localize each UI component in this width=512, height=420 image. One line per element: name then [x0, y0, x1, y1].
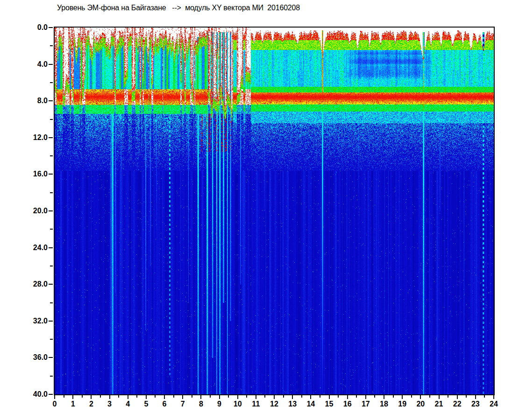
x-tick-label: 0 — [45, 400, 64, 408]
x-tick-minor — [82, 395, 83, 398]
x-tick-label: 10 — [228, 400, 247, 408]
y-tick-major — [49, 247, 53, 248]
x-tick-major — [365, 395, 366, 399]
x-tick-minor — [283, 395, 284, 398]
x-tick-minor — [228, 395, 229, 398]
x-tick-major — [109, 395, 110, 399]
x-tick-major — [384, 395, 384, 399]
y-tick-minor — [50, 229, 53, 230]
x-tick-minor — [301, 395, 302, 398]
y-tick-major — [49, 137, 53, 138]
x-tick-minor — [320, 395, 320, 398]
y-tick-minor — [50, 155, 53, 156]
x-tick-label: 13 — [283, 400, 302, 408]
x-tick-major — [54, 395, 55, 399]
x-tick-label: 17 — [356, 400, 375, 408]
x-tick-label: 12 — [265, 400, 284, 408]
x-tick-major — [146, 395, 147, 399]
x-tick-label: 20 — [411, 400, 430, 408]
x-tick-minor — [411, 395, 412, 398]
y-tick-label: 12.0 — [13, 133, 48, 142]
x-tick-minor — [466, 395, 467, 398]
x-tick-label: 21 — [430, 400, 448, 408]
y-tick-label: 24.0 — [13, 244, 48, 252]
x-tick-major — [329, 395, 330, 399]
x-tick-major — [200, 395, 201, 399]
x-tick-label: 8 — [192, 400, 210, 408]
x-tick-major — [439, 395, 440, 399]
x-tick-minor — [173, 395, 174, 398]
x-tick-major — [310, 395, 311, 399]
x-tick-label: 18 — [375, 400, 393, 408]
y-tick-major — [49, 174, 53, 175]
x-tick-minor — [374, 395, 375, 398]
y-tick-minor — [50, 82, 53, 83]
x-tick-minor — [210, 395, 211, 398]
y-tick-major — [49, 394, 53, 395]
x-tick-major — [91, 395, 92, 399]
x-tick-label: 2 — [82, 400, 100, 408]
x-tick-label: 23 — [466, 400, 485, 408]
x-tick-label: 1 — [64, 400, 82, 408]
x-tick-major — [402, 395, 403, 399]
x-tick-major — [457, 395, 458, 399]
y-tick-label: 8.0 — [13, 97, 48, 105]
x-tick-label: 6 — [155, 400, 174, 408]
x-tick-label: 24 — [484, 400, 503, 408]
x-tick-minor — [118, 395, 119, 398]
x-tick-minor — [155, 395, 156, 398]
y-tick-label: 20.0 — [13, 207, 48, 215]
x-tick-label: 9 — [210, 400, 229, 408]
x-tick-minor — [192, 395, 192, 398]
x-tick-label: 15 — [320, 400, 339, 408]
x-tick-minor — [136, 395, 137, 398]
x-tick-major — [128, 395, 128, 399]
x-tick-minor — [100, 395, 101, 398]
y-tick-label: 16.0 — [13, 170, 48, 178]
x-tick-label: 7 — [173, 400, 192, 408]
y-tick-label: 40.0 — [13, 390, 48, 399]
x-tick-major — [72, 395, 73, 399]
x-tick-label: 14 — [301, 400, 320, 408]
x-tick-label: 19 — [393, 400, 412, 408]
y-tick-label: 32.0 — [13, 317, 48, 325]
y-tick-major — [49, 210, 53, 211]
x-tick-minor — [484, 395, 485, 398]
x-tick-major — [164, 395, 165, 399]
y-tick-label: 0.0 — [13, 23, 48, 32]
y-tick-minor — [50, 119, 53, 120]
y-tick-minor — [50, 266, 53, 266]
y-tick-major — [49, 27, 53, 28]
x-tick-major — [347, 395, 348, 399]
y-tick-minor — [50, 339, 53, 340]
x-tick-label: 4 — [119, 400, 137, 408]
y-tick-major — [49, 321, 53, 322]
y-tick-label: 36.0 — [13, 353, 48, 362]
x-tick-minor — [246, 395, 247, 398]
x-tick-major — [493, 395, 494, 399]
spectrogram-canvas — [55, 28, 494, 394]
x-tick-label: 3 — [100, 400, 119, 408]
x-tick-minor — [356, 395, 357, 398]
x-tick-major — [475, 395, 476, 399]
x-tick-label: 5 — [137, 400, 156, 408]
y-tick-major — [49, 357, 53, 358]
x-tick-label: 11 — [247, 400, 265, 408]
x-tick-minor — [338, 395, 339, 398]
x-tick-label: 16 — [338, 400, 357, 408]
x-tick-minor — [393, 395, 394, 398]
y-tick-major — [49, 100, 53, 101]
x-tick-major — [182, 395, 183, 399]
y-tick-minor — [50, 192, 53, 193]
x-tick-minor — [448, 395, 448, 398]
y-tick-major — [49, 64, 53, 65]
chart-title: Уровень ЭМ-фона на Байгазане --> модуль … — [57, 4, 300, 12]
y-tick-minor — [50, 302, 53, 303]
x-tick-major — [219, 395, 220, 399]
x-tick-minor — [264, 395, 265, 398]
x-tick-major — [237, 395, 238, 399]
x-tick-label: 22 — [448, 400, 467, 408]
x-tick-minor — [64, 395, 64, 398]
y-tick-minor — [50, 376, 53, 377]
x-tick-minor — [429, 395, 430, 398]
